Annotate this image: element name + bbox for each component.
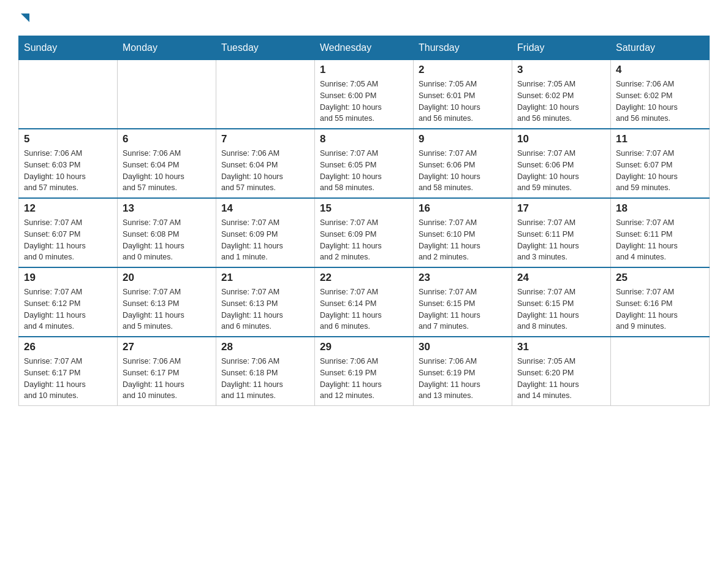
day-number: 6 (123, 133, 211, 145)
day-info: Sunrise: 7:07 AM Sunset: 6:06 PM Dayligh… (419, 148, 507, 194)
day-number: 14 (221, 202, 309, 215)
day-number: 11 (616, 133, 704, 145)
day-number: 30 (419, 341, 507, 353)
day-info: Sunrise: 7:06 AM Sunset: 6:19 PM Dayligh… (320, 356, 408, 402)
calendar-cell: 27Sunrise: 7:06 AM Sunset: 6:17 PM Dayli… (118, 337, 216, 406)
day-info: Sunrise: 7:05 AM Sunset: 6:02 PM Dayligh… (517, 79, 605, 124)
calendar-cell: 11Sunrise: 7:07 AM Sunset: 6:07 PM Dayli… (611, 129, 710, 198)
day-info: Sunrise: 7:07 AM Sunset: 6:13 PM Dayligh… (123, 286, 211, 332)
calendar-cell: 5Sunrise: 7:06 AM Sunset: 6:03 PM Daylig… (19, 129, 118, 198)
day-info: Sunrise: 7:06 AM Sunset: 6:18 PM Dayligh… (221, 356, 309, 402)
day-number: 19 (24, 272, 112, 284)
day-info: Sunrise: 7:07 AM Sunset: 6:12 PM Dayligh… (24, 286, 112, 332)
calendar-week-row: 19Sunrise: 7:07 AM Sunset: 6:12 PM Dayli… (19, 267, 710, 337)
calendar-cell: 6Sunrise: 7:06 AM Sunset: 6:04 PM Daylig… (118, 129, 216, 198)
calendar-cell: 3Sunrise: 7:05 AM Sunset: 6:02 PM Daylig… (512, 60, 611, 129)
calendar-cell (611, 337, 710, 406)
day-info: Sunrise: 7:07 AM Sunset: 6:05 PM Dayligh… (320, 148, 408, 194)
day-number: 2 (419, 64, 507, 76)
day-info: Sunrise: 7:06 AM Sunset: 6:02 PM Dayligh… (616, 79, 704, 124)
day-info: Sunrise: 7:06 AM Sunset: 6:17 PM Dayligh… (123, 356, 211, 402)
calendar-cell: 30Sunrise: 7:06 AM Sunset: 6:19 PM Dayli… (414, 337, 512, 406)
calendar-cell: 25Sunrise: 7:07 AM Sunset: 6:16 PM Dayli… (611, 267, 710, 337)
day-number: 9 (419, 133, 507, 145)
day-number: 10 (517, 133, 605, 145)
calendar-cell (118, 60, 216, 129)
day-number: 16 (419, 202, 507, 215)
logo (18, 12, 32, 23)
day-number: 7 (221, 133, 309, 145)
calendar-cell: 29Sunrise: 7:06 AM Sunset: 6:19 PM Dayli… (315, 337, 414, 406)
calendar-table: SundayMondayTuesdayWednesdayThursdayFrid… (18, 36, 710, 406)
header-saturday: Saturday (611, 36, 710, 60)
day-number: 12 (24, 202, 112, 215)
calendar-cell: 16Sunrise: 7:07 AM Sunset: 6:10 PM Dayli… (414, 198, 512, 267)
day-info: Sunrise: 7:05 AM Sunset: 6:01 PM Dayligh… (419, 79, 507, 124)
header-sunday: Sunday (19, 36, 118, 60)
day-info: Sunrise: 7:07 AM Sunset: 6:09 PM Dayligh… (221, 217, 309, 263)
calendar-week-row: 1Sunrise: 7:05 AM Sunset: 6:00 PM Daylig… (19, 60, 710, 129)
header-monday: Monday (118, 36, 216, 60)
logo-arrow-icon (20, 12, 31, 23)
calendar-cell: 20Sunrise: 7:07 AM Sunset: 6:13 PM Dayli… (118, 267, 216, 337)
day-number: 27 (123, 341, 211, 353)
day-number: 24 (517, 272, 605, 284)
day-info: Sunrise: 7:07 AM Sunset: 6:07 PM Dayligh… (24, 217, 112, 263)
day-number: 25 (616, 272, 704, 284)
day-info: Sunrise: 7:07 AM Sunset: 6:11 PM Dayligh… (517, 217, 605, 263)
calendar-cell: 26Sunrise: 7:07 AM Sunset: 6:17 PM Dayli… (19, 337, 118, 406)
calendar-cell: 14Sunrise: 7:07 AM Sunset: 6:09 PM Dayli… (216, 198, 315, 267)
day-info: Sunrise: 7:07 AM Sunset: 6:15 PM Dayligh… (517, 286, 605, 332)
day-info: Sunrise: 7:07 AM Sunset: 6:11 PM Dayligh… (616, 217, 704, 263)
day-info: Sunrise: 7:07 AM Sunset: 6:10 PM Dayligh… (419, 217, 507, 263)
day-number: 3 (517, 64, 605, 76)
calendar-cell: 22Sunrise: 7:07 AM Sunset: 6:14 PM Dayli… (315, 267, 414, 337)
day-info: Sunrise: 7:07 AM Sunset: 6:09 PM Dayligh… (320, 217, 408, 263)
day-number: 1 (320, 64, 408, 76)
calendar-cell: 4Sunrise: 7:06 AM Sunset: 6:02 PM Daylig… (611, 60, 710, 129)
calendar-cell: 2Sunrise: 7:05 AM Sunset: 6:01 PM Daylig… (414, 60, 512, 129)
day-info: Sunrise: 7:06 AM Sunset: 6:04 PM Dayligh… (123, 148, 211, 194)
calendar-week-row: 12Sunrise: 7:07 AM Sunset: 6:07 PM Dayli… (19, 198, 710, 267)
day-number: 31 (517, 341, 605, 353)
day-info: Sunrise: 7:07 AM Sunset: 6:17 PM Dayligh… (24, 356, 112, 402)
day-number: 15 (320, 202, 408, 215)
day-number: 28 (221, 341, 309, 353)
day-number: 26 (24, 341, 112, 353)
day-number: 17 (517, 202, 605, 215)
calendar-cell: 8Sunrise: 7:07 AM Sunset: 6:05 PM Daylig… (315, 129, 414, 198)
calendar-cell (216, 60, 315, 129)
day-number: 21 (221, 272, 309, 284)
day-info: Sunrise: 7:07 AM Sunset: 6:15 PM Dayligh… (419, 286, 507, 332)
day-info: Sunrise: 7:06 AM Sunset: 6:03 PM Dayligh… (24, 148, 112, 194)
calendar-cell: 13Sunrise: 7:07 AM Sunset: 6:08 PM Dayli… (118, 198, 216, 267)
header-tuesday: Tuesday (216, 36, 315, 60)
day-info: Sunrise: 7:05 AM Sunset: 6:00 PM Dayligh… (320, 79, 408, 124)
day-info: Sunrise: 7:06 AM Sunset: 6:19 PM Dayligh… (419, 356, 507, 402)
calendar-cell: 7Sunrise: 7:06 AM Sunset: 6:04 PM Daylig… (216, 129, 315, 198)
page-header (18, 12, 710, 23)
day-info: Sunrise: 7:07 AM Sunset: 6:13 PM Dayligh… (221, 286, 309, 332)
calendar-week-row: 26Sunrise: 7:07 AM Sunset: 6:17 PM Dayli… (19, 337, 710, 406)
day-info: Sunrise: 7:07 AM Sunset: 6:07 PM Dayligh… (616, 148, 704, 194)
day-number: 18 (616, 202, 704, 215)
calendar-cell: 19Sunrise: 7:07 AM Sunset: 6:12 PM Dayli… (19, 267, 118, 337)
day-info: Sunrise: 7:07 AM Sunset: 6:16 PM Dayligh… (616, 286, 704, 332)
calendar-cell: 31Sunrise: 7:05 AM Sunset: 6:20 PM Dayli… (512, 337, 611, 406)
calendar-cell (19, 60, 118, 129)
header-wednesday: Wednesday (315, 36, 414, 60)
day-info: Sunrise: 7:07 AM Sunset: 6:06 PM Dayligh… (517, 148, 605, 194)
calendar-header-row: SundayMondayTuesdayWednesdayThursdayFrid… (19, 36, 710, 60)
day-info: Sunrise: 7:05 AM Sunset: 6:20 PM Dayligh… (517, 356, 605, 402)
calendar-cell: 9Sunrise: 7:07 AM Sunset: 6:06 PM Daylig… (414, 129, 512, 198)
day-number: 5 (24, 133, 112, 145)
day-number: 4 (616, 64, 704, 76)
day-number: 20 (123, 272, 211, 284)
calendar-cell: 10Sunrise: 7:07 AM Sunset: 6:06 PM Dayli… (512, 129, 611, 198)
header-friday: Friday (512, 36, 611, 60)
day-number: 13 (123, 202, 211, 215)
calendar-week-row: 5Sunrise: 7:06 AM Sunset: 6:03 PM Daylig… (19, 129, 710, 198)
calendar-cell: 23Sunrise: 7:07 AM Sunset: 6:15 PM Dayli… (414, 267, 512, 337)
calendar-cell: 28Sunrise: 7:06 AM Sunset: 6:18 PM Dayli… (216, 337, 315, 406)
day-number: 29 (320, 341, 408, 353)
